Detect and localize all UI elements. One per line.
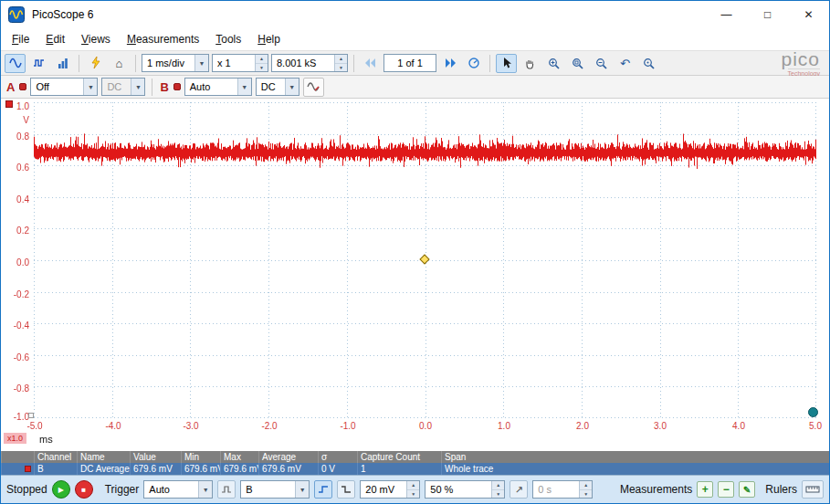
channel-b-coupling-value: DC bbox=[257, 81, 285, 92]
axis-scale-handle[interactable] bbox=[28, 413, 34, 418]
persistence-view-button[interactable] bbox=[28, 54, 49, 73]
scope-corner-handle[interactable] bbox=[808, 407, 818, 417]
measurement-cell[interactable]: 679.6 mV bbox=[220, 463, 258, 475]
x-tick-label: -3.0 bbox=[176, 421, 205, 431]
zoom-full-button[interactable] bbox=[638, 54, 659, 73]
trigger-level-stepper[interactable]: 20 mV ▲▼ bbox=[360, 480, 420, 499]
measurement-cell[interactable]: 679.6 mV bbox=[181, 463, 220, 475]
trigger-source-select[interactable]: B ▼ bbox=[240, 480, 310, 499]
column-header[interactable]: Span bbox=[441, 451, 829, 463]
advanced-trigger-button[interactable] bbox=[217, 480, 236, 499]
menu-file[interactable]: File bbox=[4, 29, 37, 49]
home-button[interactable]: ⌂ bbox=[109, 54, 130, 73]
stepper-arrows[interactable]: ▲▼ bbox=[406, 481, 419, 498]
spectrum-view-button[interactable] bbox=[52, 54, 73, 73]
y-axis-unit: V bbox=[3, 115, 29, 125]
title-bar[interactable]: PicoScope 6 — □ ✕ bbox=[1, 1, 829, 28]
pre-trigger-stepper[interactable]: 50 % ▲▼ bbox=[425, 480, 505, 499]
next-waveform-button[interactable] bbox=[439, 54, 460, 73]
channel-a-range-value: Off bbox=[31, 81, 83, 92]
close-button[interactable]: ✕ bbox=[788, 1, 829, 28]
column-header[interactable]: σ bbox=[318, 451, 357, 463]
channel-b-range-value: Auto bbox=[185, 81, 237, 92]
column-header[interactable]: Average bbox=[258, 451, 318, 463]
trigger-level-value: 20 mV bbox=[361, 481, 406, 498]
falling-edge-button[interactable] bbox=[337, 480, 355, 499]
column-header[interactable]: Channel bbox=[34, 451, 77, 463]
measurement-cell[interactable]: DC Average bbox=[77, 463, 130, 475]
scope-view-button[interactable] bbox=[5, 54, 26, 73]
pre-trigger-value: 50 % bbox=[426, 481, 491, 498]
sample-count-value: 8.001 kS bbox=[272, 55, 334, 71]
x-axis-unit: ms bbox=[39, 434, 53, 445]
zoom-multiplier-stepper[interactable]: x 1 ▲▼ bbox=[212, 54, 268, 72]
measurement-cell[interactable]: 1 bbox=[357, 463, 441, 475]
spin-up-icon: ▲ bbox=[256, 55, 268, 64]
measurement-cell[interactable]: B bbox=[34, 463, 77, 475]
zoom-in-tool-button[interactable] bbox=[543, 54, 564, 73]
waveform-page-indicator[interactable]: 1 of 1 bbox=[383, 54, 436, 72]
column-header[interactable]: Min bbox=[181, 451, 220, 463]
post-trigger-delay-button[interactable]: ↗ bbox=[510, 480, 528, 499]
delete-measurement-button[interactable]: − bbox=[718, 481, 734, 498]
rising-edge-button[interactable] bbox=[314, 480, 332, 499]
add-measurement-button[interactable]: + bbox=[697, 481, 713, 498]
sine-wave-icon bbox=[9, 57, 22, 69]
toolbar-separator bbox=[353, 55, 354, 72]
buffer-navigator-button[interactable] bbox=[463, 54, 484, 73]
stop-capture-button[interactable]: ■ bbox=[75, 480, 93, 499]
measurement-cell[interactable]: 679.6 mV bbox=[258, 463, 318, 475]
signal-generator-button[interactable] bbox=[303, 78, 324, 97]
x-zoom-badge: x1.0 bbox=[4, 433, 26, 444]
play-icon: ▶ bbox=[58, 486, 64, 494]
measurements-table: Channel Name Value Min Max Average σ Cap… bbox=[1, 451, 829, 475]
stepper-arrows[interactable]: ▲▼ bbox=[255, 55, 268, 71]
trigger-mode-select[interactable]: Auto ▼ bbox=[143, 480, 213, 499]
x-tick-label: -1.0 bbox=[333, 421, 362, 431]
timebase-value: 1 ms/div bbox=[142, 58, 194, 68]
timebase-select[interactable]: 1 ms/div ▼ bbox=[142, 54, 209, 72]
channel-b-options-icon[interactable] bbox=[173, 83, 181, 90]
menu-measurements[interactable]: Measurements bbox=[119, 29, 207, 49]
stepper-arrows[interactable]: ▲▼ bbox=[491, 481, 504, 498]
auto-setup-button[interactable] bbox=[85, 54, 106, 73]
chevron-down-icon: ▼ bbox=[237, 79, 251, 95]
toolbar-separator bbox=[135, 55, 136, 72]
x-tick-label: 3.0 bbox=[646, 421, 675, 431]
menu-tools[interactable]: Tools bbox=[207, 29, 249, 49]
menu-help[interactable]: Help bbox=[249, 29, 289, 49]
minimize-button[interactable]: — bbox=[706, 1, 747, 28]
undo-zoom-button[interactable]: ↶ bbox=[615, 54, 636, 73]
channel-a-options-icon[interactable] bbox=[19, 83, 26, 90]
zoom-out-tool-button[interactable] bbox=[591, 54, 612, 73]
channel-a-range-select[interactable]: Off ▼ bbox=[30, 78, 98, 96]
chevron-down-icon: ▼ bbox=[198, 481, 212, 498]
previous-waveform-button[interactable] bbox=[360, 54, 381, 73]
menu-edit[interactable]: Edit bbox=[37, 29, 73, 49]
column-header[interactable]: Name bbox=[77, 451, 130, 463]
start-capture-button[interactable]: ▶ bbox=[52, 480, 70, 499]
maximize-button[interactable]: □ bbox=[747, 1, 788, 28]
channel-b-range-select[interactable]: Auto ▼ bbox=[184, 78, 252, 96]
column-header[interactable]: Capture Count bbox=[357, 451, 441, 463]
pointer-tool-button[interactable] bbox=[496, 54, 517, 73]
measurement-cell[interactable]: Whole trace bbox=[441, 463, 829, 475]
chevron-down-icon: ▼ bbox=[83, 79, 97, 95]
app-icon bbox=[8, 6, 25, 23]
x-tick-label: 1.0 bbox=[489, 421, 519, 431]
edit-measurement-button[interactable]: ✎ bbox=[739, 481, 755, 498]
rulers-button[interactable] bbox=[802, 480, 824, 499]
sample-count-stepper[interactable]: 8.001 kS ▲▼ bbox=[271, 54, 348, 72]
column-header[interactable]: Value bbox=[130, 451, 181, 463]
measurement-cell[interactable]: 679.6 mV bbox=[130, 463, 181, 475]
column-header[interactable]: Max bbox=[220, 451, 258, 463]
hand-tool-button[interactable] bbox=[520, 54, 541, 73]
y-tick-label: -0.8 bbox=[3, 383, 29, 394]
stepper-arrows[interactable]: ▲▼ bbox=[334, 55, 347, 71]
menu-views[interactable]: Views bbox=[73, 29, 119, 49]
delay-arrow-icon: ↗ bbox=[515, 484, 523, 496]
zoom-window-tool-button[interactable] bbox=[567, 54, 588, 73]
measurement-cell[interactable]: 0 V bbox=[318, 463, 357, 475]
row-channel-chip-cell[interactable] bbox=[1, 463, 34, 475]
channel-b-coupling-select[interactable]: DC ▼ bbox=[256, 78, 299, 96]
